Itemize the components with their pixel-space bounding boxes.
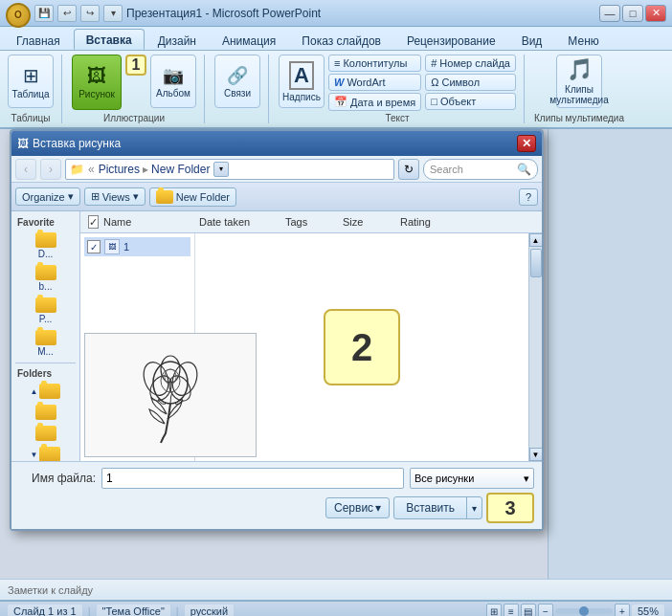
sidebar-item-b[interactable]: b... bbox=[11, 262, 79, 295]
new-folder-button[interactable]: New Folder bbox=[149, 187, 236, 207]
sidebar-folder-1[interactable]: ▲ bbox=[11, 381, 79, 402]
header-date-taken[interactable]: Date taken bbox=[195, 216, 281, 228]
window-controls: — □ ✕ bbox=[599, 5, 666, 22]
insert-button-main[interactable]: Вставить bbox=[394, 497, 467, 518]
scroll-up-button[interactable]: ▲ bbox=[529, 233, 543, 247]
sidebar-item-m[interactable]: M... bbox=[11, 327, 79, 360]
album-button[interactable]: 📷 Альбом bbox=[150, 55, 196, 108]
qat-save[interactable]: 💾 bbox=[34, 5, 54, 22]
notes-bar: Заметки к слайду bbox=[0, 579, 672, 600]
expand-icon: ▲ bbox=[31, 387, 38, 396]
scroll-thumb[interactable] bbox=[530, 249, 542, 277]
maximize-button[interactable]: □ bbox=[622, 5, 643, 22]
tab-home[interactable]: Главная bbox=[4, 30, 73, 50]
close-button[interactable]: ✕ bbox=[645, 5, 666, 22]
title-bar-left: O 💾 ↩ ↪ ▾ Презентация1 - Microsoft Power… bbox=[6, 1, 321, 26]
office-button[interactable]: O bbox=[6, 3, 31, 28]
service-button[interactable]: Сервис ▾ bbox=[325, 497, 390, 518]
address-breadcrumb: Pictures ▸ New Folder bbox=[99, 163, 211, 176]
text-label: Текст bbox=[385, 111, 409, 123]
table-button[interactable]: ⊞ Таблица bbox=[8, 55, 54, 108]
header-rating[interactable]: Rating bbox=[396, 216, 482, 228]
back-button[interactable]: ‹ bbox=[15, 159, 36, 180]
insert-picture-dialog: 🖼 Вставка рисунка ✕ ‹ › 📁 « Pictures ▸ bbox=[10, 129, 544, 531]
file-item-1[interactable]: ✓ 🖼 1 bbox=[84, 237, 190, 256]
datetime-button[interactable]: 📅 Дата и время bbox=[328, 93, 421, 111]
forward-button[interactable]: › bbox=[40, 159, 61, 180]
qat-undo[interactable]: ↩ bbox=[57, 5, 77, 22]
tab-design[interactable]: Дизайн bbox=[146, 30, 209, 50]
theme-info: "Тема Office" bbox=[97, 605, 170, 616]
sidebar-item-d[interactable]: D... bbox=[11, 230, 79, 262]
search-box: Search 🔍 bbox=[423, 159, 538, 180]
service-label: Сервис bbox=[334, 501, 373, 515]
zoom-slider[interactable] bbox=[555, 608, 613, 614]
header-tags[interactable]: Tags bbox=[281, 216, 339, 228]
zoom-out-button[interactable]: − bbox=[538, 604, 553, 616]
tab-menu[interactable]: Меню bbox=[555, 30, 611, 50]
new-folder-label: New Folder bbox=[176, 191, 230, 203]
view-normal-button[interactable]: ⊞ bbox=[486, 604, 502, 616]
object-button[interactable]: □ Объект bbox=[425, 93, 516, 110]
minimize-button[interactable]: — bbox=[599, 5, 620, 22]
tab-insert[interactable]: Вставка bbox=[74, 29, 145, 50]
status-sep-1: | bbox=[88, 605, 91, 616]
links-button[interactable]: 🔗 Связи bbox=[214, 55, 260, 108]
media-button[interactable]: 🎵 Клипымультимедиа bbox=[556, 55, 602, 108]
zoom-in-button[interactable]: + bbox=[615, 604, 630, 616]
search-icon[interactable]: 🔍 bbox=[517, 163, 531, 176]
filetype-arrow-icon: ▾ bbox=[524, 473, 529, 485]
header-footer-button[interactable]: ≡ Колонтитулы bbox=[328, 55, 421, 72]
scroll-down-button[interactable]: ▼ bbox=[529, 448, 543, 461]
symbol-button[interactable]: Ω Символ bbox=[425, 74, 516, 91]
tab-animation[interactable]: Анимация bbox=[210, 30, 288, 50]
ribbon-group-illustrations: 🖼 Рисунок 1 📷 Альбом Иллюстрации bbox=[72, 55, 205, 123]
filename-input[interactable] bbox=[101, 468, 404, 489]
tab-review[interactable]: Рецензирование bbox=[394, 30, 508, 50]
sidebar-folder-4[interactable]: ▼ bbox=[11, 444, 79, 461]
view-slidesorter-button[interactable]: ≡ bbox=[504, 604, 519, 616]
datetime-icon: 📅 bbox=[334, 96, 347, 108]
dialog-close-button[interactable]: ✕ bbox=[517, 135, 536, 152]
file-headers: ✓ Name Date taken Tags Size Ra bbox=[80, 211, 542, 233]
zoom-slider-thumb bbox=[579, 606, 589, 616]
address-box[interactable]: 📁 « Pictures ▸ New Folder ▾ bbox=[65, 159, 394, 180]
view-reading-button[interactable]: ▤ bbox=[521, 604, 536, 616]
sidebar-folder-3[interactable] bbox=[11, 423, 79, 444]
picture-button[interactable]: 🖼 Рисунок bbox=[72, 55, 122, 110]
views-icon: ⊞ bbox=[91, 190, 100, 203]
filetype-dropdown[interactable]: Все рисунки ▾ bbox=[410, 468, 534, 489]
insert-button[interactable]: Вставить ▾ bbox=[393, 496, 482, 519]
tab-slideshow[interactable]: Показ слайдов bbox=[289, 30, 393, 50]
header-checkbox[interactable]: ✓ bbox=[88, 215, 99, 229]
views-button[interactable]: ⊞ Views ▾ bbox=[84, 187, 146, 206]
header-size[interactable]: Size bbox=[339, 216, 396, 228]
links-content: 🔗 Связи bbox=[214, 55, 260, 121]
file-area: ✓ Name Date taken Tags Size Ra bbox=[80, 211, 542, 461]
organize-arrow-icon: ▾ bbox=[68, 190, 74, 203]
refresh-button[interactable]: ↻ bbox=[398, 159, 419, 180]
ribbon-tabs: Главная Вставка Дизайн Анимация Показ сл… bbox=[0, 27, 672, 50]
header-name[interactable]: Name bbox=[100, 216, 195, 228]
file-checkbox-1[interactable]: ✓ bbox=[87, 240, 101, 253]
organize-button[interactable]: Organize ▾ bbox=[15, 187, 80, 206]
qat-dropdown[interactable]: ▾ bbox=[103, 5, 123, 22]
slide-number-button[interactable]: # Номер слайда bbox=[425, 55, 516, 72]
views-label: Views bbox=[102, 191, 130, 203]
tab-view[interactable]: Вид bbox=[509, 30, 555, 50]
file-list: ✓ 🖼 1 bbox=[80, 233, 195, 461]
insert-arrow-icon: ▾ bbox=[472, 503, 477, 514]
qat-redo[interactable]: ↪ bbox=[80, 5, 100, 22]
table-icon: ⊞ bbox=[23, 64, 39, 87]
wordart-button[interactable]: W WordArt bbox=[328, 74, 421, 91]
help-button[interactable]: ? bbox=[519, 188, 538, 206]
address-dropdown[interactable]: ▾ bbox=[213, 162, 229, 177]
textbox-button[interactable]: A Надпись bbox=[279, 55, 325, 108]
ppt-slide-area bbox=[548, 129, 672, 579]
sidebar-item-p[interactable]: P... bbox=[11, 295, 79, 327]
folder-icon-4 bbox=[39, 447, 60, 461]
insert-button-arrow[interactable]: ▾ bbox=[467, 499, 482, 517]
sidebar-folder-2[interactable] bbox=[11, 402, 79, 423]
zoom-level[interactable]: 55% bbox=[632, 605, 664, 616]
ribbon-group-tables: ⊞ Таблица Таблицы bbox=[8, 55, 62, 123]
